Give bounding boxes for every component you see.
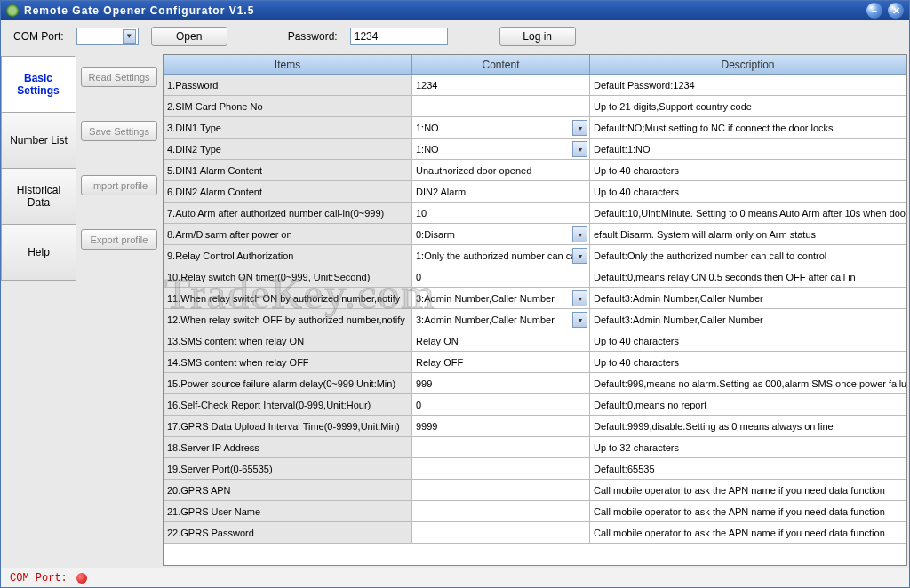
cell-item: 17.GPRS Data Upload Interval Time(0-9999… <box>164 416 412 436</box>
table-row: 9.Relay Control Authorization1:Only the … <box>164 245 906 266</box>
cell-content-dropdown[interactable]: 1:NO <box>412 139 590 159</box>
tab-historical-data[interactable]: Historical Data <box>1 168 76 225</box>
password-input[interactable] <box>350 28 448 45</box>
cell-item: 18.Server IP Address <box>164 437 412 457</box>
cell-description: Default:999,means no alarm.Setting as 00… <box>590 373 906 393</box>
cell-content-input[interactable] <box>412 96 590 116</box>
com-port-label: COM Port: <box>13 30 64 43</box>
table-row: 14.SMS content when relay OFFRelay OFFUp… <box>164 352 906 373</box>
cell-description: Default:0,means relay ON 0.5 seconds the… <box>590 266 906 287</box>
cell-content-input[interactable] <box>412 437 590 457</box>
table-row: 4.DIN2 Type1:NODefault:1:NO <box>164 139 906 160</box>
cell-content-input[interactable] <box>412 522 590 543</box>
cell-content-input[interactable]: 1234 <box>412 75 590 95</box>
cell-content-input[interactable]: Relay OFF <box>412 352 590 372</box>
cell-item: 5.DIN1 Alarm Content <box>164 160 412 180</box>
cell-description: Default3:Admin Number,Caller Number <box>590 288 906 308</box>
table-row: 1.Password1234Default Password:1234 <box>164 75 906 96</box>
cell-content-input[interactable]: 999 <box>412 373 590 393</box>
side-button-panel: Read Settings Save Settings Import profi… <box>76 52 163 568</box>
table-row: 20.GPRS APNCall mobile operator to ask t… <box>164 480 906 501</box>
tab-number-list[interactable]: Number List <box>1 112 76 169</box>
cell-description: efault:Disarm. System will alarm only on… <box>590 224 906 244</box>
login-button[interactable]: Log in <box>499 27 576 46</box>
cell-item: 4.DIN2 Type <box>164 139 412 159</box>
cell-content-input[interactable] <box>412 458 590 479</box>
cell-content-input[interactable]: Unauthorized door opened <box>412 160 590 180</box>
cell-description: Default:10,Uint:Minute. Setting to 0 mea… <box>590 203 906 223</box>
cell-content-dropdown[interactable]: 3:Admin Number,Caller Number <box>412 309 590 330</box>
cell-content-input[interactable]: 10 <box>412 203 590 223</box>
status-com-label: COM Port: <box>10 572 68 584</box>
cell-content-dropdown[interactable]: 1:NO <box>412 117 590 138</box>
tab-help[interactable]: Help <box>1 224 76 281</box>
cell-item: 11.When relay switch ON by authorized nu… <box>164 288 412 308</box>
save-settings-button[interactable]: Save Settings <box>81 121 157 141</box>
close-button[interactable]: ✕ <box>888 3 904 19</box>
cell-item: 3.DIN1 Type <box>164 117 412 138</box>
cell-content-input[interactable]: 9999 <box>412 416 590 436</box>
table-row: 11.When relay switch ON by authorized nu… <box>164 288 906 309</box>
open-button[interactable]: Open <box>151 27 228 46</box>
cell-content-dropdown[interactable]: 3:Admin Number,Caller Number <box>412 288 590 308</box>
password-label: Password: <box>288 30 338 43</box>
cell-description: Call mobile operator to ask the APN name… <box>590 522 906 543</box>
cell-content-input[interactable] <box>412 480 590 500</box>
cell-content-input[interactable]: DIN2 Alarm <box>412 181 590 202</box>
table-row: 22.GPRS PasswordCall mobile operator to … <box>164 522 906 544</box>
grid-body: 1.Password1234Default Password:12342.SIM… <box>164 75 906 544</box>
cell-item: 7.Auto Arm after authorized number call-… <box>164 203 412 223</box>
cell-item: 22.GPRS Password <box>164 522 412 543</box>
app-window: Remote Gate Opener Configurator V1.5 – ✕… <box>0 0 910 588</box>
content-area: TradeKey.com Basic Settings Number List … <box>1 52 909 568</box>
status-bar: COM Port: <box>1 568 909 587</box>
cell-description: Up to 32 characters <box>590 437 906 457</box>
app-icon <box>6 4 19 17</box>
cell-item: 10.Relay switch ON timer(0~999, Unit:Sec… <box>164 266 412 287</box>
cell-description: Up to 40 characters <box>590 330 906 351</box>
cell-item: 2.SIM Card Phone No <box>164 96 412 116</box>
cell-content-input[interactable]: Relay ON <box>412 330 590 351</box>
table-row: 13.SMS content when relay ONRelay ONUp t… <box>164 330 906 352</box>
cell-description: Call mobile operator to ask the APN name… <box>590 501 906 521</box>
settings-grid: Items Content Description 1.Password1234… <box>163 54 907 566</box>
cell-content-input[interactable]: 0 <box>412 394 590 415</box>
cell-content-dropdown[interactable]: 1:Only the authorized number can cal <box>412 245 590 266</box>
export-profile-button[interactable]: Export profile <box>81 229 157 250</box>
cell-item: 14.SMS content when relay OFF <box>164 352 412 372</box>
cell-content-dropdown[interactable]: 0:Disarm <box>412 224 590 244</box>
table-row: 7.Auto Arm after authorized number call-… <box>164 203 906 224</box>
cell-item: 19.Server Port(0-65535) <box>164 458 412 479</box>
cell-description: Default:1:NO <box>590 139 906 159</box>
table-row: 16.Self-Check Report Interval(0-999,Unit… <box>164 394 906 416</box>
chevron-down-icon: ▼ <box>123 29 136 44</box>
cell-item: 12.When relay switch OFF by authorized n… <box>164 309 412 330</box>
cell-description: Up to 40 characters <box>590 352 906 372</box>
grid-header: Items Content Description <box>164 55 906 75</box>
table-row: 12.When relay switch OFF by authorized n… <box>164 309 906 330</box>
cell-description: Default:Only the authorized number can c… <box>590 245 906 266</box>
tab-strip: Basic Settings Number List Historical Da… <box>1 52 76 568</box>
cell-item: 1.Password <box>164 75 412 95</box>
cell-description: Default:0,means no report <box>590 394 906 415</box>
cell-item: 9.Relay Control Authorization <box>164 245 412 266</box>
cell-description: Up to 40 characters <box>590 160 906 180</box>
cell-description: Default:65535 <box>590 458 906 479</box>
window-title: Remote Gate Opener Configurator V1.5 <box>24 4 861 17</box>
cell-content-input[interactable]: 0 <box>412 266 590 287</box>
cell-item: 6.DIN2 Alarm Content <box>164 181 412 202</box>
col-description: Description <box>590 55 906 74</box>
tab-basic-settings[interactable]: Basic Settings <box>1 56 76 113</box>
read-settings-button[interactable]: Read Settings <box>81 67 157 87</box>
cell-content-input[interactable] <box>412 501 590 521</box>
table-row: 6.DIN2 Alarm ContentDIN2 AlarmUp to 40 c… <box>164 181 906 203</box>
status-led-icon <box>76 573 87 584</box>
table-row: 2.SIM Card Phone NoUp to 21 digits,Suppo… <box>164 96 906 117</box>
table-row: 18.Server IP AddressUp to 32 characters <box>164 437 906 458</box>
table-row: 15.Power source failure alarm delay(0~99… <box>164 373 906 394</box>
cell-item: 13.SMS content when relay ON <box>164 330 412 351</box>
com-port-combo[interactable]: ▼ <box>76 28 139 45</box>
import-profile-button[interactable]: Import profile <box>81 175 157 195</box>
minimize-button[interactable]: – <box>866 3 882 19</box>
cell-item: 20.GPRS APN <box>164 480 412 500</box>
